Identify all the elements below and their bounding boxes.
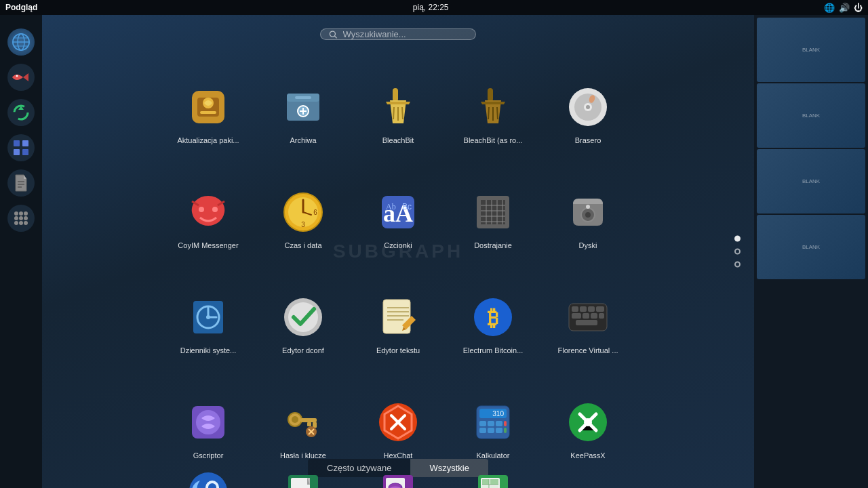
- app-bleachbit-ro[interactable]: BleachBit (as ro...: [446, 47, 540, 152]
- app-keepassx-label: KeePassX: [570, 451, 605, 460]
- app-dostrajanie[interactable]: Dostrajanie: [446, 152, 540, 257]
- app-archiwa[interactable]: Archiwa: [256, 47, 351, 152]
- svg-rect-87: [572, 306, 578, 312]
- app-klient-poczty[interactable]: Klient poczty Th...: [161, 467, 256, 488]
- czas-data-icon: 3 6: [281, 190, 325, 234]
- app-czas-data-label: Czas i data: [284, 241, 321, 250]
- panel-thumb-3[interactable]: BLANK: [757, 149, 865, 214]
- svg-line-25: [335, 36, 337, 38]
- svg-rect-139: [490, 479, 498, 485]
- file-icon: [13, 174, 29, 192]
- gscriptor-icon: [186, 401, 230, 444]
- svg-point-22: [19, 221, 23, 225]
- apps-icon: [12, 209, 31, 228]
- app-aktualizacja[interactable]: Aktualizacja paki...: [161, 47, 256, 152]
- svg-point-73: [586, 205, 590, 209]
- page-dot-3[interactable]: [734, 262, 741, 268]
- main-area: SUBGRAPH Aktualizacja paki...: [42, 15, 754, 488]
- app-libreoffice-base[interactable]: LibreOffice Base: [351, 467, 446, 488]
- app-electrum-label: Electrum Bitcoin...: [463, 346, 524, 355]
- dyski-icon: [566, 190, 610, 234]
- svg-rect-120: [504, 428, 507, 433]
- coyim-icon: [186, 190, 230, 234]
- app-hexchat[interactable]: HexChat: [351, 362, 446, 467]
- svg-rect-92: [583, 313, 589, 319]
- svg-rect-36: [393, 88, 398, 102]
- svg-rect-62: [481, 200, 505, 224]
- bleachbit-ro-icon: [471, 85, 515, 129]
- svg-point-15: [14, 211, 18, 216]
- app-aktualizacja-label: Aktualizacja paki...: [177, 136, 239, 145]
- app-keepassx[interactable]: KeePassX: [540, 362, 635, 467]
- svg-rect-100: [300, 418, 317, 422]
- hexchat-icon: [376, 401, 420, 444]
- svg-rect-8: [14, 140, 20, 146]
- app-bleachbit[interactable]: BleachBit: [351, 47, 446, 152]
- app-brasero-label: Brasero: [575, 136, 601, 145]
- sidebar-icon-sync[interactable]: [7, 99, 35, 126]
- app-edytor-tekstu[interactable]: Edytor tekstu: [351, 257, 446, 362]
- app-coyim-label: CoyIM Messenger: [178, 241, 238, 250]
- sidebar-icon-apps[interactable]: [7, 205, 35, 232]
- svg-point-5: [16, 75, 18, 77]
- app-edytor-dconf[interactable]: Edytor dconf: [256, 257, 351, 362]
- svg-rect-114: [488, 421, 494, 426]
- search-icon: [329, 30, 338, 39]
- svg-line-41: [488, 107, 489, 119]
- power-icon[interactable]: ⏻: [854, 3, 863, 13]
- aktualizacja-icon: [186, 85, 230, 129]
- svg-rect-91: [572, 313, 581, 319]
- svg-text:Ab: Ab: [386, 202, 396, 211]
- edytor-tekstu-icon: [376, 296, 420, 339]
- app-bleachbit-ro-label: BleachBit (as ro...: [464, 136, 523, 145]
- app-libreoffice-calc[interactable]: LibreOffice Calc: [446, 467, 540, 488]
- app-edytor-dconf-label: Edytor dconf: [282, 346, 324, 355]
- app-brasero[interactable]: Brasero: [540, 47, 635, 152]
- search-bar[interactable]: [320, 28, 476, 40]
- svg-point-72: [585, 212, 591, 218]
- panel-thumb-1-text: BLANK: [802, 47, 820, 53]
- sidebar-icon-globe[interactable]: [7, 28, 35, 56]
- app-hasla[interactable]: Hasła i klucze: [256, 362, 351, 467]
- svg-point-21: [14, 221, 18, 225]
- svg-rect-116: [504, 421, 507, 426]
- svg-text:6: 6: [313, 209, 317, 216]
- app-kalkulator[interactable]: 310 Kalkulator: [446, 362, 540, 467]
- svg-rect-9: [22, 140, 28, 146]
- svg-line-37: [393, 107, 394, 119]
- sidebar-icon-blocks[interactable]: [7, 134, 35, 161]
- app-electrum[interactable]: ₿ Electrum Bitcoin...: [446, 257, 540, 362]
- search-input[interactable]: [343, 29, 467, 39]
- svg-point-16: [19, 211, 23, 216]
- app-libreoffice[interactable]: LibreOffice: [256, 467, 351, 488]
- svg-rect-117: [479, 428, 486, 433]
- panel-thumb-3-text: BLANK: [802, 178, 820, 184]
- app-czas-data[interactable]: 3 6 Czas i data: [256, 152, 351, 257]
- hasla-icon: [281, 401, 325, 444]
- app-coyim[interactable]: CoyIM Messenger: [161, 152, 256, 257]
- svg-point-24: [330, 31, 335, 37]
- page-dot-2[interactable]: [734, 249, 741, 255]
- app-czcionki[interactable]: aA Ab Bc Czcionki: [351, 152, 446, 257]
- svg-point-99: [292, 416, 298, 423]
- app-kalkulator-label: Kalkulator: [477, 451, 510, 460]
- svg-text:310: 310: [492, 410, 504, 418]
- app-dyski[interactable]: Dyski: [540, 152, 635, 257]
- edytor-dconf-icon: [281, 296, 325, 339]
- panel-thumb-2[interactable]: BLANK: [757, 83, 865, 148]
- topbar: Podgląd pią, 22:25 🌐 🔊 ⏻: [0, 0, 868, 15]
- app-gscriptor[interactable]: Gscriptor: [161, 362, 256, 467]
- panel-thumb-4[interactable]: BLANK: [757, 215, 865, 279]
- page-dot-1[interactable]: [734, 236, 741, 242]
- svg-point-23: [24, 221, 28, 225]
- app-dzienniki[interactable]: Dzienniki syste...: [161, 257, 256, 362]
- archiwa-icon: [281, 85, 325, 129]
- svg-rect-127: [291, 478, 310, 488]
- dzienniki-icon: [186, 296, 230, 339]
- app-florence[interactable]: Florence Virtual ...: [540, 257, 635, 362]
- sidebar-icon-fish[interactable]: [7, 64, 35, 91]
- panel-thumb-1[interactable]: BLANK: [757, 18, 865, 82]
- app-archiwa-label: Archiwa: [290, 136, 316, 145]
- svg-text:₿: ₿: [488, 306, 498, 330]
- sidebar-icon-file[interactable]: [7, 169, 35, 197]
